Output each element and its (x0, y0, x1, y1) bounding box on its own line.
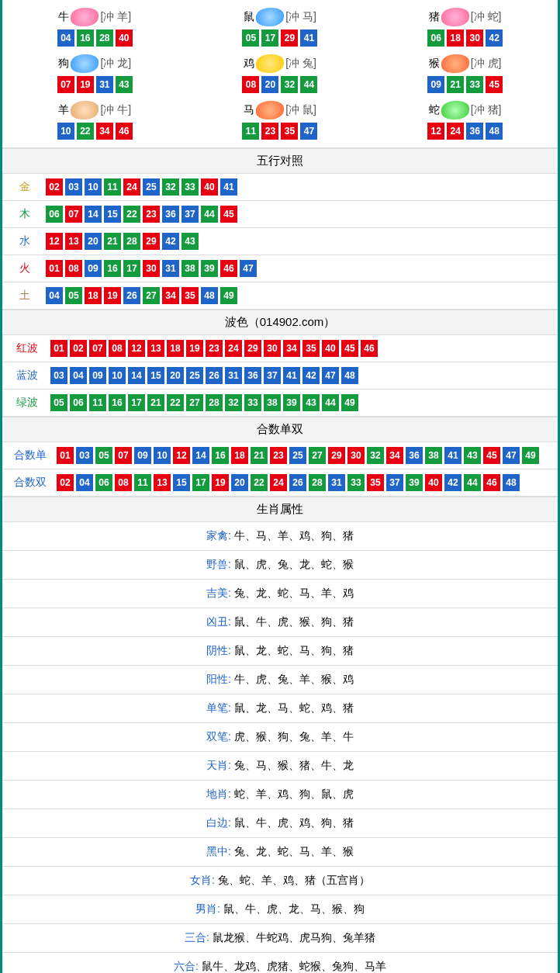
ball-10: 10 (154, 447, 171, 464)
attr-label: 地肖: (206, 788, 231, 800)
zodiac-cell-鸡: 鸡[冲 兔]08203244 (188, 50, 373, 97)
ball-09: 09 (85, 260, 102, 277)
ball-47: 47 (300, 123, 317, 140)
ball-39: 39 (406, 474, 423, 491)
row-balls: 04051819262734354849 (41, 287, 237, 304)
ball-41: 41 (283, 367, 300, 384)
attr-row: 野兽:鼠、虎、兔、龙、蛇、猴 (2, 551, 558, 580)
attr-value: 鼠牛、龙鸡、虎猪、蛇猴、兔狗、马羊 (202, 960, 386, 972)
zodiac-balls: 07193143 (2, 76, 188, 93)
ball-36: 36 (466, 123, 483, 140)
zodiac-chong: [冲 牛] (100, 103, 131, 117)
attr-label: 凶丑: (206, 615, 231, 628)
ball-30: 30 (347, 447, 365, 464)
ball-29: 29 (143, 233, 160, 250)
ball-48: 48 (486, 123, 503, 140)
ball-27: 27 (309, 447, 326, 464)
zodiac-icon (441, 8, 469, 26)
zodiac-balls: 10223446 (2, 123, 188, 140)
ball-08: 08 (242, 76, 259, 93)
ball-34: 34 (96, 123, 113, 140)
wuxing-rows: 金02031011242532334041木060714152223363744… (2, 174, 558, 310)
zodiac-icon (441, 101, 469, 119)
ball-35: 35 (367, 474, 384, 491)
ball-37: 37 (181, 206, 199, 223)
ball-09: 09 (427, 76, 444, 93)
attr-label: 六合: (174, 960, 199, 972)
ball-10: 10 (57, 123, 74, 140)
ball-14: 14 (192, 447, 209, 464)
ball-23: 23 (206, 340, 223, 357)
ball-26: 26 (206, 367, 223, 384)
ball-17: 17 (261, 29, 278, 47)
row-label: 合数单 (9, 448, 52, 462)
zodiac-balls: 05172941 (188, 29, 373, 47)
attr-row: 吉美:兔、龙、蛇、马、羊、鸡 (2, 580, 558, 608)
ball-33: 33 (466, 76, 483, 93)
table-row: 绿波05061116172122272832333839434449 (2, 390, 558, 417)
ball-19: 19 (77, 76, 94, 93)
zodiac-balls: 06183042 (372, 29, 558, 47)
ball-29: 29 (244, 340, 261, 357)
zodiac-cell-猴: 猴[冲 虎]09213345 (372, 50, 558, 97)
ball-02: 02 (57, 474, 74, 491)
ball-21: 21 (251, 447, 268, 464)
attr-row: 黑中:兔、龙、蛇、马、羊、猴 (2, 838, 558, 867)
ball-47: 47 (503, 447, 520, 464)
ball-01: 01 (50, 340, 67, 357)
ball-02: 02 (46, 178, 63, 196)
ball-07: 07 (57, 76, 74, 93)
ball-49: 49 (341, 394, 358, 411)
ball-44: 44 (322, 394, 339, 411)
zodiac-grid: 牛[冲 羊]04162840鼠[冲 马]05172941猪[冲 蛇]061830… (2, 0, 558, 148)
shengxiao-rows: 家禽:牛、马、羊、鸡、狗、猪野兽:鼠、虎、兔、龙、蛇、猴吉美:兔、龙、蛇、马、羊… (2, 522, 558, 973)
ball-35: 35 (281, 123, 298, 140)
ball-06: 06 (70, 394, 87, 411)
zodiac-icon (256, 54, 284, 73)
row-label: 土 (9, 289, 41, 303)
ball-45: 45 (486, 76, 503, 93)
ball-48: 48 (341, 367, 358, 384)
ball-06: 06 (427, 29, 444, 47)
ball-24: 24 (123, 178, 140, 196)
ball-16: 16 (104, 260, 121, 277)
ball-34: 34 (386, 447, 403, 464)
zodiac-cell-狗: 狗[冲 龙]07193143 (2, 50, 188, 97)
ball-19: 19 (104, 287, 121, 304)
ball-12: 12 (128, 340, 145, 357)
zodiac-chong: [冲 鼠] (285, 103, 316, 117)
section-title-bose: 波色（014902.com） (2, 310, 558, 335)
ball-25: 25 (143, 178, 160, 196)
ball-33: 33 (244, 394, 261, 411)
ball-03: 03 (76, 447, 93, 464)
ball-42: 42 (162, 233, 179, 250)
zodiac-icon (256, 101, 284, 119)
ball-40: 40 (116, 29, 133, 47)
attr-value: 鼠、牛、虎、龙、马、猴、狗 (223, 902, 365, 915)
ball-43: 43 (302, 394, 320, 411)
bose-rows: 红波0102070812131819232429303435404546蓝波03… (2, 335, 558, 417)
ball-49: 49 (522, 447, 539, 464)
row-label: 火 (9, 261, 41, 275)
zodiac-name: 猴 (429, 57, 440, 71)
ball-44: 44 (300, 76, 317, 93)
row-balls: 0102070812131819232429303435404546 (46, 340, 378, 357)
ball-35: 35 (302, 340, 320, 357)
zodiac-icon (441, 54, 469, 73)
ball-02: 02 (70, 340, 87, 357)
table-row: 金02031011242532334041 (2, 174, 558, 201)
ball-11: 11 (242, 123, 259, 140)
ball-13: 13 (154, 474, 171, 491)
ball-27: 27 (186, 394, 203, 411)
ball-32: 32 (225, 394, 242, 411)
zodiac-balls: 09213345 (372, 76, 558, 93)
ball-26: 26 (123, 287, 140, 304)
attr-value: 兔、龙、蛇、马、羊、猴 (234, 845, 354, 857)
ball-36: 36 (406, 447, 423, 464)
ball-30: 30 (143, 260, 160, 277)
zodiac-name: 蛇 (429, 103, 440, 117)
ball-07: 07 (115, 447, 132, 464)
row-balls: 0108091617303138394647 (41, 260, 257, 277)
zodiac-chong: [冲 兔] (285, 57, 316, 71)
ball-40: 40 (322, 340, 339, 357)
